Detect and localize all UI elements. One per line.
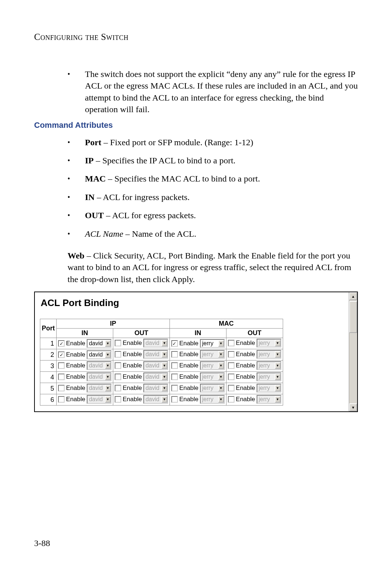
table-row: 1Enabledavid▼Enabledavid▼Enablejerry▼Ena… <box>40 338 283 349</box>
enable-checkbox[interactable] <box>171 396 178 403</box>
acl-select-value: jerry <box>257 340 275 346</box>
enable-checkbox[interactable] <box>171 362 178 369</box>
attribute-term: MAC <box>85 174 106 183</box>
chevron-down-icon[interactable]: ▼ <box>275 351 281 358</box>
acl-select[interactable]: david▼ <box>143 339 168 347</box>
running-head: Configuring the Switch <box>34 32 358 42</box>
chevron-down-icon[interactable]: ▼ <box>275 396 281 403</box>
chevron-down-icon[interactable]: ▼ <box>218 385 224 391</box>
port-cell: 4 <box>40 372 57 383</box>
chevron-down-icon[interactable]: ▼ <box>275 385 281 391</box>
acl-select[interactable]: jerry▼ <box>200 361 225 370</box>
table-row: 5Enabledavid▼Enabledavid▼Enablejerry▼Ena… <box>40 383 283 394</box>
enable-checkbox[interactable] <box>115 351 121 358</box>
acl-select[interactable]: jerry▼ <box>257 361 281 370</box>
enable-checkbox[interactable] <box>228 385 234 391</box>
enable-label: Enable <box>236 373 255 380</box>
chevron-down-icon[interactable]: ▼ <box>105 340 111 347</box>
chevron-down-icon[interactable]: ▼ <box>105 351 111 358</box>
acl-select[interactable]: david▼ <box>143 361 168 370</box>
chevron-down-icon[interactable]: ▼ <box>105 385 111 391</box>
acl-cell-mac-out: Enablejerry▼ <box>226 394 283 406</box>
chevron-down-icon[interactable]: ▼ <box>105 396 111 403</box>
enable-checkbox[interactable] <box>58 340 65 347</box>
acl-select[interactable]: david▼ <box>143 372 168 381</box>
acl-cell-ip-out: Enabledavid▼ <box>113 383 170 394</box>
enable-checkbox[interactable] <box>228 340 234 346</box>
chevron-down-icon[interactable]: ▼ <box>218 362 224 369</box>
intro-bullet-text: The switch does not support the explicit… <box>85 68 358 115</box>
acl-select-value: jerry <box>201 385 218 391</box>
chevron-down-icon[interactable]: ▼ <box>105 362 111 369</box>
acl-select[interactable]: david▼ <box>87 384 111 392</box>
chevron-down-icon[interactable]: ▼ <box>162 340 167 346</box>
enable-checkbox[interactable] <box>58 396 65 403</box>
attribute-desc: – Specifies the IP ACL to bind to a port… <box>94 156 236 165</box>
acl-select[interactable]: jerry▼ <box>257 350 281 359</box>
acl-select[interactable]: jerry▼ <box>200 384 225 392</box>
enable-checkbox[interactable] <box>171 374 178 380</box>
enable-checkbox[interactable] <box>171 385 178 391</box>
chevron-down-icon[interactable]: ▼ <box>162 374 167 380</box>
enable-checkbox[interactable] <box>115 340 121 346</box>
acl-select[interactable]: jerry▼ <box>257 384 281 392</box>
chevron-down-icon[interactable]: ▼ <box>218 340 224 347</box>
acl-select[interactable]: david▼ <box>87 372 111 381</box>
enable-checkbox[interactable] <box>171 351 178 358</box>
enable-checkbox[interactable] <box>58 362 65 369</box>
acl-cell-ip-in: Enabledavid▼ <box>57 372 113 383</box>
scroll-thumb[interactable] <box>349 301 357 333</box>
acl-select[interactable]: jerry▼ <box>257 339 281 347</box>
acl-select[interactable]: david▼ <box>143 350 168 359</box>
acl-select[interactable]: jerry▼ <box>257 372 281 381</box>
acl-select[interactable]: jerry▼ <box>200 339 225 348</box>
acl-select[interactable]: jerry▼ <box>200 395 225 404</box>
chevron-down-icon[interactable]: ▼ <box>218 374 224 380</box>
chevron-down-icon[interactable]: ▼ <box>218 396 224 403</box>
attribute-desc: – Name of the ACL. <box>123 229 196 239</box>
enable-label: Enable <box>123 339 142 347</box>
acl-select[interactable]: david▼ <box>87 339 111 348</box>
vertical-scrollbar[interactable]: ▲ ▼ <box>349 292 357 411</box>
enable-checkbox[interactable] <box>228 351 234 358</box>
acl-select[interactable]: david▼ <box>87 361 111 370</box>
acl-select-value: jerry <box>201 362 218 369</box>
acl-select[interactable]: jerry▼ <box>200 350 225 359</box>
chevron-down-icon[interactable]: ▼ <box>105 374 111 380</box>
enable-checkbox[interactable] <box>171 340 178 347</box>
enable-checkbox[interactable] <box>58 385 65 391</box>
acl-select[interactable]: david▼ <box>87 350 111 359</box>
acl-select[interactable]: david▼ <box>143 384 168 392</box>
scroll-down-icon[interactable]: ▼ <box>349 403 357 411</box>
acl-cell-mac-in: Enablejerry▼ <box>170 349 226 361</box>
enable-checkbox[interactable] <box>115 385 121 391</box>
chevron-down-icon[interactable]: ▼ <box>218 351 224 358</box>
chevron-down-icon[interactable]: ▼ <box>275 362 281 369</box>
enable-checkbox[interactable] <box>58 374 65 380</box>
acl-select[interactable]: jerry▼ <box>200 372 225 381</box>
chevron-down-icon[interactable]: ▼ <box>275 374 281 380</box>
acl-select-value: david <box>144 351 162 358</box>
acl-select[interactable]: jerry▼ <box>257 395 281 404</box>
acl-select-value: jerry <box>201 351 218 358</box>
chevron-down-icon[interactable]: ▼ <box>162 362 167 369</box>
acl-select[interactable]: david▼ <box>143 395 168 404</box>
enable-checkbox[interactable] <box>115 362 121 369</box>
chevron-down-icon[interactable]: ▼ <box>162 351 167 358</box>
acl-select[interactable]: david▼ <box>87 395 111 404</box>
chevron-down-icon[interactable]: ▼ <box>162 396 167 403</box>
enable-checkbox[interactable] <box>228 362 234 369</box>
attribute-item: •MAC – Specifies the MAC ACL to bind to … <box>68 173 358 184</box>
enable-checkbox[interactable] <box>115 374 121 380</box>
scroll-up-icon[interactable]: ▲ <box>349 292 357 300</box>
enable-label: Enable <box>66 351 85 358</box>
acl-cell-mac-out: Enablejerry▼ <box>226 338 283 349</box>
enable-checkbox[interactable] <box>115 396 121 403</box>
enable-checkbox[interactable] <box>228 396 234 403</box>
enable-checkbox[interactable] <box>58 351 65 358</box>
acl-select-value: david <box>87 351 105 358</box>
enable-checkbox[interactable] <box>228 374 234 380</box>
attribute-item: •OUT – ACL for egress packets. <box>68 209 358 221</box>
chevron-down-icon[interactable]: ▼ <box>162 385 167 391</box>
chevron-down-icon[interactable]: ▼ <box>275 340 281 346</box>
